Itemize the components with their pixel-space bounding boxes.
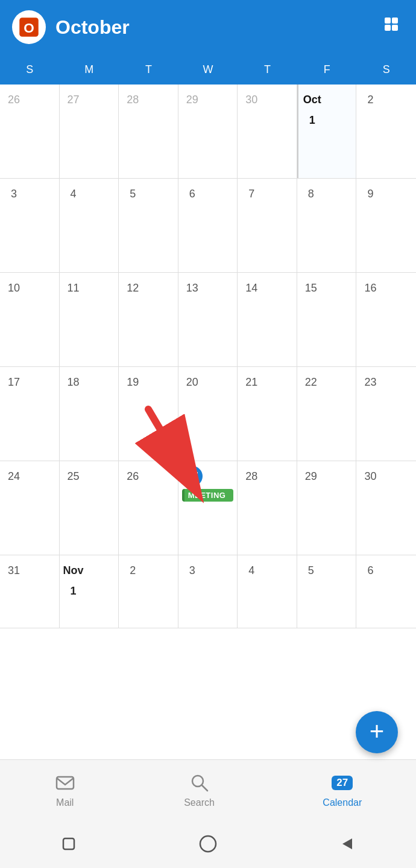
- calendar-cell-oct8[interactable]: 8: [297, 179, 357, 272]
- calendar-cell-oct29[interactable]: 29: [297, 461, 357, 555]
- calendar-week-2: 3 4 5 6 7 8 9: [0, 179, 416, 273]
- calendar-cell-oct19[interactable]: 19: [119, 367, 178, 461]
- calendar-cell-oct31[interactable]: 31: [0, 555, 60, 628]
- plus-icon: +: [370, 719, 385, 744]
- calendar-cell-oct10[interactable]: 10: [0, 273, 60, 366]
- calendar-cell-oct27[interactable]: 27 MEETING: [178, 461, 238, 555]
- calendar-cell-oct24[interactable]: 24: [0, 461, 60, 555]
- event-meeting[interactable]: MEETING: [182, 489, 234, 502]
- add-event-fab[interactable]: +: [356, 711, 398, 753]
- day-number: 23: [360, 372, 380, 392]
- search-icon: [189, 772, 210, 794]
- calendar-cell-oct23[interactable]: 23: [356, 367, 416, 461]
- android-back-button[interactable]: [339, 835, 356, 852]
- android-nav-bar: [0, 820, 416, 868]
- calendar-cell-oct28[interactable]: 28: [238, 461, 297, 555]
- calendar-cell-oct2[interactable]: 2: [356, 85, 416, 178]
- nav-search[interactable]: Search: [184, 772, 215, 808]
- calendar-cell-nov5[interactable]: 5: [297, 555, 357, 628]
- office-logo[interactable]: O: [12, 10, 46, 44]
- day-number: 26: [122, 466, 143, 487]
- calendar-cell-oct9[interactable]: 9: [356, 179, 416, 272]
- nav-calendar[interactable]: 27 Calendar: [323, 772, 362, 808]
- svg-line-10: [201, 785, 207, 791]
- calendar-cell-oct12[interactable]: 12: [119, 273, 178, 366]
- mail-icon: [54, 772, 76, 794]
- bottom-navigation: Mail Search 27 Calendar: [0, 759, 416, 820]
- calendar-cell-nov3[interactable]: 3: [178, 555, 238, 628]
- svg-rect-3: [392, 18, 398, 24]
- calendar-week-4: 17 18 19 20 21 22 23: [0, 367, 416, 461]
- day-number: 4: [241, 560, 262, 581]
- calendar-cell-oct14[interactable]: 14: [238, 273, 297, 366]
- day-number: 2: [122, 560, 143, 581]
- day-number: 5: [301, 560, 321, 581]
- calendar-cell-oct13[interactable]: 13: [178, 273, 238, 366]
- svg-text:O: O: [24, 21, 34, 36]
- calendar-cell-oct17[interactable]: 17: [0, 367, 60, 461]
- calendar-cell-nov6[interactable]: 6: [356, 555, 416, 628]
- calendar-cell-oct6[interactable]: 6: [178, 179, 238, 272]
- calendar-cell-oct11[interactable]: 11: [60, 273, 119, 366]
- dow-thursday: T: [238, 63, 297, 76]
- dow-monday: M: [60, 63, 119, 76]
- day-number-oct1: Oct 1: [302, 89, 323, 110]
- calendar-cell-nov2[interactable]: 2: [119, 555, 178, 628]
- day-number: 30: [241, 89, 262, 110]
- android-recents-button[interactable]: [60, 835, 77, 852]
- day-number: 22: [301, 372, 321, 392]
- calendar-cell-oct20[interactable]: 20: [178, 367, 238, 461]
- day-number: 9: [360, 183, 380, 204]
- calendar-cell-sep30[interactable]: 30: [238, 85, 297, 178]
- calendar-cell-sep29[interactable]: 29: [178, 85, 238, 178]
- calendar-cell-oct25[interactable]: 25: [60, 461, 119, 555]
- dow-wednesday: W: [178, 63, 238, 76]
- day-number: 12: [122, 278, 143, 298]
- calendar-week-6: 31 Nov 1 2 3 4 5 6: [0, 555, 416, 628]
- calendar-cell-nov4[interactable]: 4: [238, 555, 297, 628]
- day-number: 4: [63, 183, 84, 204]
- header-left: O October: [12, 10, 130, 44]
- calendar-cell-oct26[interactable]: 26: [119, 461, 178, 555]
- svg-rect-11: [63, 838, 74, 849]
- day-number: 3: [182, 560, 203, 581]
- calendar-week-3: 10 11 12 13 14 15 16: [0, 273, 416, 367]
- calendar-cell-oct7[interactable]: 7: [238, 179, 297, 272]
- calendar-cell-nov1[interactable]: Nov 1: [60, 555, 119, 628]
- nav-mail[interactable]: Mail: [54, 772, 76, 808]
- header-title: October: [55, 16, 130, 39]
- day-number: 29: [182, 89, 203, 110]
- calendar-cell-oct22[interactable]: 22: [297, 367, 357, 461]
- calendar-cell-oct16[interactable]: 16: [356, 273, 416, 366]
- day-number-nov1: Nov 1: [63, 560, 84, 581]
- day-number: 26: [4, 89, 24, 110]
- calendar-week-5: 24 25 26 27 MEETING 28 29 30: [0, 461, 416, 555]
- calendar-cell-sep28[interactable]: 28: [119, 85, 178, 178]
- grid-icon[interactable]: [382, 15, 404, 39]
- day-number: 16: [360, 278, 380, 298]
- calendar-cell-oct5[interactable]: 5: [119, 179, 178, 272]
- day-number: 14: [241, 278, 262, 298]
- day-number: 31: [4, 560, 24, 581]
- calendar-cell-sep26[interactable]: 26: [0, 85, 60, 178]
- nav-search-label: Search: [184, 797, 215, 808]
- nav-calendar-label: Calendar: [323, 797, 362, 808]
- calendar-cell-oct21[interactable]: 21: [238, 367, 297, 461]
- svg-rect-2: [385, 18, 391, 24]
- calendar-cell-oct3[interactable]: 3: [0, 179, 60, 272]
- day-number: 25: [63, 466, 84, 487]
- calendar-cell-oct1[interactable]: Oct 1: [297, 85, 357, 178]
- dow-friday: F: [297, 63, 357, 76]
- calendar-cell-oct30[interactable]: 30: [356, 461, 416, 555]
- svg-rect-8: [57, 777, 74, 789]
- calendar-cell-oct4[interactable]: 4: [60, 179, 119, 272]
- calendar-cell-oct15[interactable]: 15: [297, 273, 357, 366]
- days-of-week-row: S M T W T F S: [0, 54, 416, 85]
- day-number: 30: [360, 466, 380, 487]
- calendar-cell-sep27[interactable]: 27: [60, 85, 119, 178]
- calendar-badge: 27: [336, 777, 348, 788]
- calendar-cell-oct18[interactable]: 18: [60, 367, 119, 461]
- android-home-button[interactable]: [198, 834, 218, 854]
- day-number: 2: [360, 89, 380, 110]
- svg-marker-13: [342, 838, 352, 849]
